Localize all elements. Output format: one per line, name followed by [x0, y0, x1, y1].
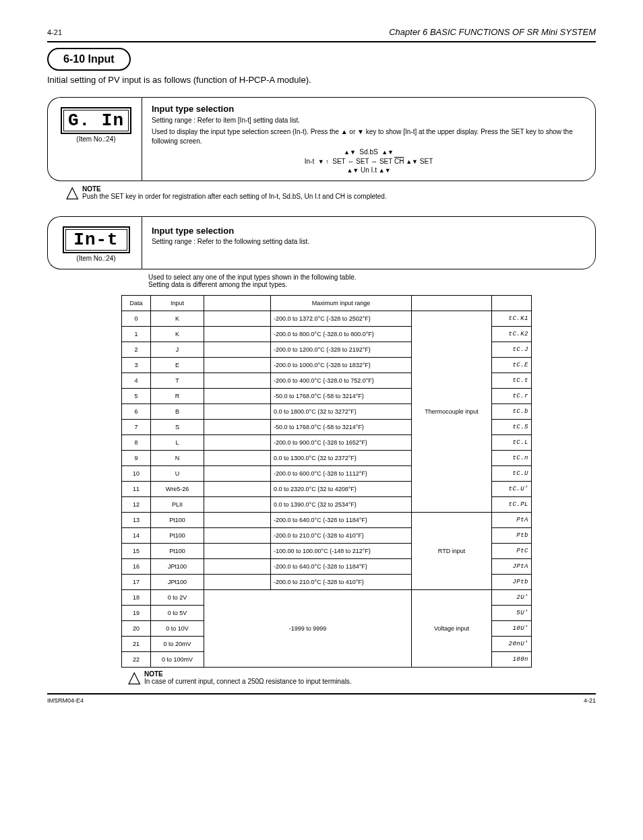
divider [47, 41, 596, 42]
lcd-display: In-t [65, 229, 127, 251]
key-layout-c: ▲▼ Un I.t ▲▼ [152, 166, 586, 175]
param-range: Setting range : Refer to the following s… [152, 237, 586, 247]
param2-body1: Used to select any one of the input type… [148, 273, 596, 281]
col-input: Input [151, 295, 204, 311]
col-group [412, 295, 492, 311]
lcd-container: In-t (Item No.:24) [47, 216, 142, 269]
lcd-display: G. In [63, 110, 129, 131]
table-row: 13Pt100-200.0 to 640.0°C (-328 to 1184°F… [122, 512, 532, 527]
lcd: G. In [61, 107, 131, 134]
lcd-sub: (Item No.:24) [56, 135, 136, 143]
page-number-top: 4-21 [47, 28, 62, 36]
chapter-heading: Chapter 6 BASIC FUNCTIONS OF SR Mini SYS… [389, 27, 596, 37]
col-data: Data [122, 295, 151, 311]
caution-icon: △ [128, 670, 140, 684]
section-pill: 6-10 Input [47, 48, 131, 71]
table-row: 0K-200.0 to 1372.0°C (-328 to 2502°F)The… [122, 311, 532, 326]
lcd-container: G. In (Item No.:24) [47, 97, 142, 181]
key-layout-b: In-t ▼ ↑ SET ↔ SET ↔ SET CH ▲▼ SET [152, 157, 586, 166]
note-1-text: Push the SET key in order for registrati… [82, 193, 387, 200]
note-1: △ NOTE Push the SET key in order for reg… [66, 185, 596, 200]
param-intro: Used to display the input type selection… [152, 127, 586, 146]
param-range: Setting range : Refer to item [In-t] set… [152, 116, 586, 125]
note-2: △ NOTE In case of current input, connect… [128, 670, 596, 685]
lcd: In-t [63, 226, 130, 253]
param-body: Input type selection Setting range : Ref… [142, 97, 596, 181]
input-type-table: Data Input Maximum input range 0K-200.0 … [121, 295, 532, 668]
param-block-gin: G. In (Item No.:24) Input type selection… [47, 97, 596, 181]
note-2-text: In case of current input, connect a 250Ω… [144, 678, 352, 685]
param-block-int: In-t (Item No.:24) Input type selection … [47, 216, 596, 269]
table-row: 180 to 2V-1999 to 9999Voltage input2U' [122, 589, 532, 605]
top-header: 4-21 Chapter 6 BASIC FUNCTIONS OF SR Min… [47, 27, 596, 37]
param-title: Input type selection [152, 103, 586, 115]
table-header-row: Data Input Maximum input range [122, 295, 532, 311]
lcd-sub: (Item No.:24) [56, 255, 136, 262]
key-layout-a: ▲▼ Sd.bS ▲▼ [152, 148, 586, 157]
param-title: Input type selection [152, 225, 586, 237]
footer: IMSRM04-E4 4-21 [47, 693, 596, 704]
footer-left: IMSRM04-E4 [47, 697, 84, 704]
section-subtitle: Initial setting of PV input is as follow… [47, 75, 596, 85]
footer-right: 4-21 [584, 697, 596, 704]
col-range: Maximum input range [271, 295, 412, 311]
col-seg [492, 295, 532, 311]
param-body: Input type selection Setting range : Ref… [142, 216, 596, 269]
caution-icon: △ [66, 185, 78, 199]
param2-body2: Setting data is different among the inpu… [148, 281, 596, 288]
col-blank [204, 295, 271, 311]
